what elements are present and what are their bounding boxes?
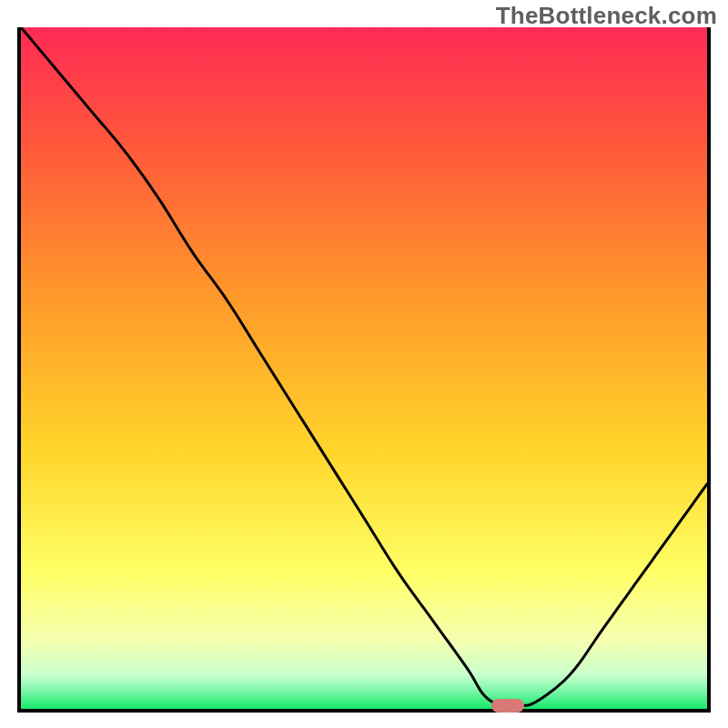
watermark-text: TheBottleneck.com	[496, 2, 717, 30]
bottleneck-chart: TheBottleneck.com	[0, 0, 728, 728]
plot-svg	[21, 27, 707, 709]
optimal-marker	[491, 699, 524, 713]
gradient-background	[21, 27, 707, 709]
